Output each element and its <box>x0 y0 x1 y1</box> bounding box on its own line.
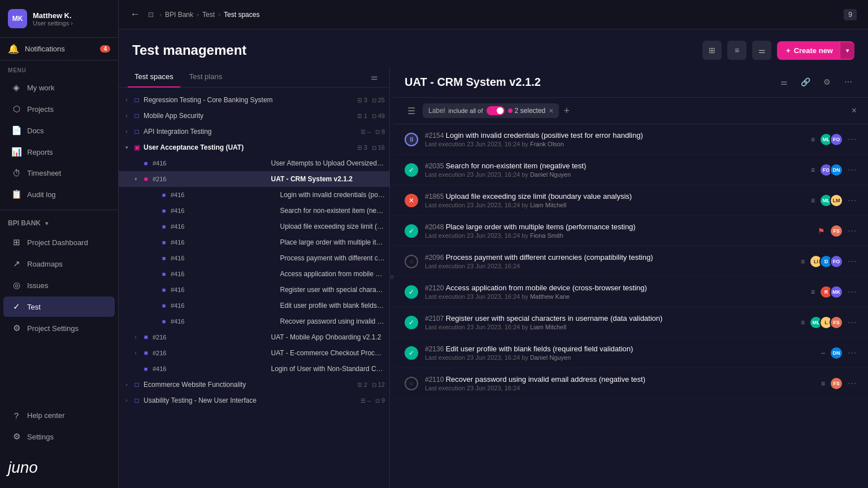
tree-item-edit-profile[interactable]: ■ #416 Edit user profile with blank fiel… <box>119 298 389 313</box>
test-item-1865[interactable]: ✕ #1865 Upload file exceeding size limit… <box>393 185 868 216</box>
breadcrumb-test[interactable]: Test <box>202 11 215 19</box>
tree-item-login-invalid[interactable]: ■ #416 Login with invalid credentials (p… <box>119 187 389 203</box>
select-all-checkbox[interactable]: ☰ <box>405 104 418 117</box>
tree-item-access-mobile[interactable]: ■ #416 Access application from mobile de… <box>119 266 389 282</box>
sidebar-item-reports[interactable]: 📊 Reports <box>3 142 115 162</box>
bpi-bank-group[interactable]: BPI BANK ▾ <box>0 215 118 232</box>
test-item-2120[interactable]: ✓ #2120 Access application from mobile d… <box>393 277 868 307</box>
sidebar-item-roadmaps[interactable]: ↗ Roadmaps <box>3 254 115 274</box>
breadcrumb-bpi[interactable]: BPI Bank <box>165 11 193 19</box>
test-item-2048[interactable]: ✓ #2048 Place large order with multiple … <box>393 216 868 246</box>
more-options-icon[interactable]: ⋯ <box>848 225 857 236</box>
sidebar-item-help-center[interactable]: ? Help center <box>3 406 115 425</box>
test-item-2035[interactable]: ✓ #2035 Search for non-existent item (ne… <box>393 155 868 185</box>
tree-item-uat-crm[interactable]: ▾ ■ #216 UAT - CRM System v2.1.2 <box>119 171 389 187</box>
more-options-icon[interactable]: ⋯ <box>848 347 857 358</box>
tree-item-upload-oversized[interactable]: ■ #416 User Attempts to Upload Oversized… <box>119 155 389 171</box>
sidebar-item-audit-log[interactable]: 📋 Audit log <box>3 184 115 204</box>
tree-scroll[interactable]: › □ Regression Testing - Core Banking Sy… <box>119 88 389 488</box>
tree-item-register-special[interactable]: ■ #416 Register user with special charac… <box>119 282 389 298</box>
more-options-icon[interactable]: ⋯ <box>848 164 857 175</box>
breadcrumb-test-spaces[interactable]: Test spaces <box>224 11 259 19</box>
sidebar-item-timesheet[interactable]: ⏱ Timesheet <box>3 163 115 183</box>
create-new-button[interactable]: + Create new ▾ <box>777 41 854 60</box>
priority-icon: ≡ <box>811 136 815 143</box>
user-settings-link[interactable]: User settings › <box>33 20 110 27</box>
notifications-item[interactable]: 🔔 Notifications 4 <box>0 38 118 60</box>
more-options-button[interactable]: ⋯ <box>840 73 857 90</box>
sidebar-item-project-settings[interactable]: ⚙ Project Settings <box>3 318 115 338</box>
tree-item-search-nonexistent[interactable]: ■ #416 Search for non-existent item (neg… <box>119 203 389 219</box>
tree-item-uat[interactable]: ▾ ▣ User Acceptance Testing (UAT) ☰ 3 ⊡ … <box>119 140 389 155</box>
sidebar-item-label: Project Dashboard <box>27 238 88 247</box>
more-options-icon[interactable]: ⋯ <box>848 286 857 297</box>
tree-item-uat-mobile[interactable]: › ■ #216 UAT - Mobile App Onboarding v2.… <box>119 329 389 345</box>
tree-item-upload-exceeding[interactable]: ■ #416 Upload file exceeding size limit … <box>119 219 389 234</box>
tab-test-plans[interactable]: Test plans <box>183 67 229 88</box>
avatar-mk: MK <box>830 285 843 299</box>
tree-item-login-nonstandard[interactable]: ■ #416 Login of User with Non-Standard C… <box>119 361 389 377</box>
tree-item-uat-ecommerce[interactable]: › ■ #216 UAT - E-commerce Checkout Proce… <box>119 345 389 361</box>
test-item-2096[interactable]: ○ #2096 Process payment with different c… <box>393 246 868 277</box>
back-button[interactable]: ← <box>130 8 140 20</box>
more-options-icon[interactable]: ⋯ <box>848 134 857 145</box>
sidebar: MK Matthew K. User settings › 🔔 Notifica… <box>0 0 119 488</box>
more-options-icon[interactable]: ⋯ <box>848 195 857 206</box>
settings-filter-button[interactable]: ⚙ <box>818 73 835 90</box>
filter-icon[interactable]: ⚌ <box>368 68 380 86</box>
sidebar-item-settings[interactable]: ⚙ Settings <box>3 426 115 447</box>
tree-item-place-large-order[interactable]: ■ #416 Place large order with multiple i… <box>119 234 389 250</box>
sidebar-item-label: Settings <box>27 433 54 441</box>
test-meta: Last execution 23 Jun 2023, 16:24 by Dan… <box>425 171 804 178</box>
test-item-2107[interactable]: ✓ #2107 Register user with special chara… <box>393 307 868 338</box>
tree-item-usability-testing[interactable]: › □ Usability Testing - New User Interfa… <box>119 393 389 408</box>
status-fail-icon: ✕ <box>405 194 418 207</box>
test-folder-icon: ■ <box>141 333 150 341</box>
filter-sort-button[interactable]: ⚌ <box>775 73 792 90</box>
avatar-fs: FS <box>830 377 843 390</box>
grid-view-button[interactable]: ⊞ <box>702 41 722 60</box>
filter-add-button[interactable]: + <box>563 105 570 117</box>
create-new-chevron-icon[interactable]: ▾ <box>840 42 854 59</box>
more-options-icon[interactable]: ⋯ <box>848 256 857 267</box>
test-item-2110[interactable]: ○ #2110 Recover password using invalid e… <box>393 368 868 399</box>
link-button[interactable]: 🔗 <box>797 73 814 90</box>
tree-item-ecommerce-website[interactable]: › □ Ecommerce Website Functionality ☰ 2 … <box>119 377 389 393</box>
tree-item-mobile-app-security[interactable]: › □ Mobile App Security ☰ 1 ⊡ 49 <box>119 108 389 124</box>
sidebar-item-issues[interactable]: ◎ Issues <box>3 275 115 295</box>
tree-item-recover-password[interactable]: ■ #416 Recover password using invalid em… <box>119 313 389 329</box>
test-item-2136[interactable]: ✓ #2136 Edit user profile with blank fie… <box>393 338 868 368</box>
filter-toggle[interactable] <box>487 106 505 115</box>
tree-item-regression-testing[interactable]: › □ Regression Testing - Core Banking Sy… <box>119 92 389 108</box>
notifications-label: Notifications <box>25 45 94 53</box>
projects-icon: ⬡ <box>11 104 21 114</box>
tree-item-label: Register user with special characters in… <box>280 286 385 294</box>
notification-badge: 4 <box>100 45 110 53</box>
sidebar-item-test[interactable]: ✓ Test <box>3 297 115 317</box>
tree-tag: #416 <box>171 255 276 262</box>
sidebar-item-my-work[interactable]: ◈ My work <box>3 77 115 98</box>
more-options-icon[interactable]: ⋯ <box>848 378 857 389</box>
tree-item-label: UAT - E-commerce Checkout Process v2.1.1… <box>271 349 385 357</box>
sidebar-item-projects[interactable]: ⬡ Projects <box>3 99 115 119</box>
bpi-bank-label: BPI BANK <box>8 219 41 227</box>
filter-close-button[interactable]: × <box>549 106 553 115</box>
header-actions: ⊞ ≡ ⚌ + Create new ▾ <box>702 41 854 60</box>
user-profile[interactable]: MK Matthew K. User settings › <box>0 0 118 38</box>
filter-clear-button[interactable]: × <box>852 106 857 116</box>
tree-item-api-integration[interactable]: › □ API Integration Testing ☰ – ⊡ 8 <box>119 124 389 140</box>
filter-label-tag[interactable]: Label include all of 2 selected × <box>423 103 559 118</box>
tree-meta: ☰ 1 ⊡ 49 <box>357 112 385 119</box>
more-options-icon[interactable]: ⋯ <box>848 317 857 328</box>
chevron-down-icon: ▾ <box>132 176 139 182</box>
test-icon: ■ <box>159 223 168 230</box>
sidebar-item-project-dashboard[interactable]: ⊞ Project Dashboard <box>3 232 115 252</box>
list-view-button[interactable]: ≡ <box>727 41 747 60</box>
test-item-2154[interactable]: ⏸ #2154 Login with invalid credentials (… <box>393 124 868 155</box>
tree-item-process-payment[interactable]: ■ #416 Process payment with different cu… <box>119 250 389 266</box>
tab-test-spaces[interactable]: Test spaces <box>128 67 180 88</box>
topbar-notification-count[interactable]: 9 <box>844 9 857 20</box>
filter-button[interactable]: ⚌ <box>752 41 771 60</box>
priority-icon: – <box>821 349 825 357</box>
sidebar-item-docs[interactable]: 📄 Docs <box>3 120 115 141</box>
